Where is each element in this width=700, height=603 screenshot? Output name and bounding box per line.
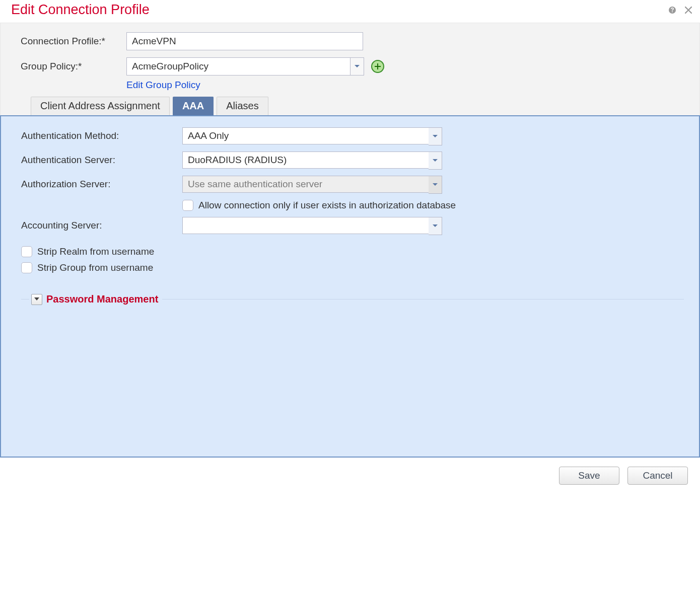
chevron-down-icon[interactable] <box>350 57 364 76</box>
authz-server-select[interactable]: Use same authentication server <box>182 176 429 193</box>
save-button[interactable]: Save <box>559 467 619 485</box>
tab-aaa[interactable]: AAA <box>173 97 214 115</box>
auth-method-label: Authentication Method: <box>21 130 182 141</box>
authz-allow-checkbox[interactable] <box>182 200 193 211</box>
tab-client-address-assignment[interactable]: Client Address Assignment <box>31 97 170 115</box>
strip-realm-label: Strip Realm from username <box>37 246 154 257</box>
connection-profile-input[interactable] <box>126 32 363 50</box>
authz-server-placeholder: Use same authentication server <box>182 176 429 193</box>
acct-server-value <box>182 217 429 234</box>
chevron-down-icon[interactable] <box>429 127 442 145</box>
auth-server-label: Authentication Server: <box>21 155 182 166</box>
strip-realm-checkbox[interactable] <box>21 246 32 257</box>
strip-group-label: Strip Group from username <box>37 262 153 273</box>
auth-server-value: DuoRADIUS (RADIUS) <box>182 152 429 169</box>
chevron-down-icon[interactable] <box>429 217 442 235</box>
strip-group-checkbox[interactable] <box>21 262 32 273</box>
add-group-policy-button[interactable] <box>371 60 384 73</box>
section-toggle-button[interactable] <box>31 294 42 305</box>
acct-server-select[interactable] <box>182 217 429 234</box>
chevron-down-icon[interactable] <box>429 176 442 194</box>
group-policy-label: Group Policy:* <box>21 61 126 72</box>
group-policy-input[interactable] <box>126 57 350 76</box>
password-management-header: Password Management <box>44 293 162 305</box>
edit-group-policy-link[interactable]: Edit Group Policy <box>126 80 200 91</box>
group-policy-select[interactable] <box>126 57 364 76</box>
authz-server-label: Authorization Server: <box>21 179 182 190</box>
dialog-header: Edit Connection Profile <box>0 0 700 23</box>
aaa-panel: Authentication Method: AAA Only Authenti… <box>0 115 700 458</box>
help-icon[interactable] <box>667 5 678 16</box>
close-icon[interactable] <box>683 5 694 16</box>
acct-server-label: Accounting Server: <box>21 220 182 231</box>
tab-bar: Client Address Assignment AAA Aliases <box>21 97 687 115</box>
connection-profile-label: Connection Profile:* <box>21 36 126 47</box>
tab-aliases[interactable]: Aliases <box>217 97 268 115</box>
password-management-section: Password Management <box>21 293 684 305</box>
authz-allow-label: Allow connection only if user exists in … <box>198 200 456 211</box>
auth-method-select[interactable]: AAA Only <box>182 127 429 144</box>
auth-server-select[interactable]: DuoRADIUS (RADIUS) <box>182 152 429 169</box>
chevron-down-icon[interactable] <box>429 152 442 170</box>
cancel-button[interactable]: Cancel <box>627 467 688 485</box>
auth-method-value: AAA Only <box>182 127 429 144</box>
dialog-title: Edit Connection Profile <box>11 2 150 18</box>
top-form: Connection Profile:* Group Policy:* Edit… <box>0 23 700 115</box>
